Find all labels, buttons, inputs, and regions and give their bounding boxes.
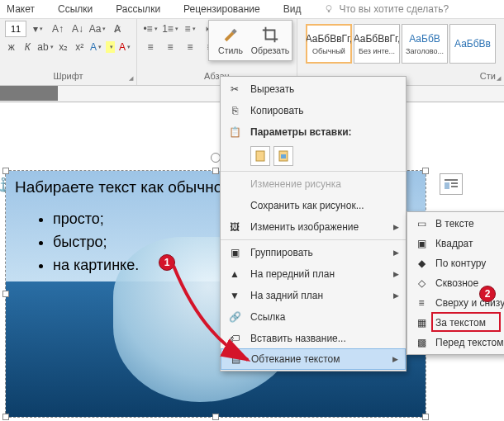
tab-review[interactable]: Рецензирование — [183, 3, 260, 15]
ctx-group[interactable]: ▣Группировать▶ — [221, 242, 406, 263]
layout-options-button[interactable] — [440, 173, 463, 195]
change-case-icon[interactable]: Aa — [89, 21, 106, 37]
style-nospacing[interactable]: АаБбВвГг,Без инте... — [354, 24, 400, 64]
tab-layout[interactable]: Макет — [7, 3, 35, 15]
tell-me[interactable]: Что вы хотите сделать? — [324, 3, 449, 15]
bold-icon[interactable]: ж — [5, 39, 18, 55]
paste-options — [250, 143, 406, 169]
svg-rect-2 — [445, 179, 458, 181]
group-icon: ▣ — [227, 245, 242, 260]
handle-l[interactable] — [2, 291, 9, 297]
tab-view[interactable]: Вид — [283, 3, 302, 15]
wrap-submenu: ▭В тексте ▣Квадрат ◆По контуру ◇Сквозное… — [407, 211, 504, 355]
shrink-font-icon[interactable]: A↓ — [69, 21, 86, 37]
grow-font-icon[interactable]: A↑ — [50, 21, 66, 37]
svg-point-0 — [326, 6, 331, 11]
wrap-tight[interactable]: ◆По контуру — [407, 253, 504, 273]
document-text[interactable]: Набираете текст как обычно. просто; быст… — [15, 178, 226, 277]
wrap-inline-icon: ▭ — [414, 216, 429, 231]
tell-me-label: Что вы хотите сделать? — [339, 3, 449, 15]
wrap-through-icon: ◇ — [414, 276, 429, 291]
handle-bl[interactable] — [2, 414, 9, 420]
tab-mailings[interactable]: Рассылки — [116, 3, 160, 15]
handle-tl[interactable] — [2, 168, 9, 174]
wrap-behind-icon: ▦ — [414, 315, 429, 330]
highlight-icon[interactable] — [106, 41, 115, 53]
handle-br[interactable] — [422, 414, 429, 420]
svg-rect-4 — [451, 182, 458, 184]
text-effects-icon[interactable]: A — [89, 39, 102, 55]
wrap-front[interactable]: ▩Перед текстом — [407, 333, 504, 352]
copy-icon: ⎘ — [227, 103, 242, 118]
strike-icon[interactable]: ab — [37, 39, 54, 55]
numbering-icon[interactable]: 1≡ — [162, 21, 178, 37]
wrap-tight-icon: ◆ — [414, 256, 429, 271]
back-icon: ▼ — [227, 288, 242, 303]
wrap-front-icon: ▩ — [414, 335, 429, 350]
ctx-link[interactable]: 🔗Ссылка — [221, 306, 406, 328]
clipboard-icon — [254, 149, 267, 163]
align-left-icon[interactable]: ≡ — [142, 39, 159, 55]
lightbulb-icon — [324, 4, 334, 14]
mini-style[interactable]: Стиль — [212, 24, 249, 57]
paste-opt-2[interactable] — [273, 146, 293, 166]
mini-crop-label: Обрезать — [251, 45, 289, 55]
mini-crop[interactable]: Обрезать — [252, 24, 288, 57]
style-heading2[interactable]: АаБбВв — [449, 24, 496, 64]
bullet-3: на картинке. — [53, 254, 226, 277]
sup-icon[interactable]: x² — [74, 39, 87, 55]
wrap-behind[interactable]: ▦За текстом — [407, 313, 504, 333]
svg-rect-1 — [328, 11, 330, 12]
wrap-tb-icon: ≡ — [414, 296, 429, 310]
clear-format-icon[interactable]: A̷ — [109, 21, 126, 37]
crop-icon — [261, 26, 279, 44]
annotation-badge-1: 1 — [159, 254, 175, 271]
ctx-copy[interactable]: ⎘Копировать — [221, 100, 406, 121]
ctx-save-pic[interactable]: Сохранить как рисунок... — [221, 195, 406, 216]
bullet-1: просто; — [53, 208, 226, 231]
handle-t[interactable] — [212, 168, 219, 174]
edit-pic-icon: 🖼 — [227, 220, 242, 234]
svg-rect-9 — [281, 154, 286, 158]
handle-b[interactable] — [212, 414, 219, 420]
style-normal[interactable]: АаБбВвГг,Обычный — [306, 24, 352, 64]
svg-rect-3 — [445, 182, 449, 189]
style-heading1[interactable]: АаБбВЗаголово... — [402, 24, 448, 64]
ruler-margin — [0, 86, 58, 101]
wrap-square[interactable]: ▣Квадрат — [407, 234, 504, 253]
annotation-badge-2: 2 — [479, 286, 496, 302]
paste-opt-1[interactable] — [250, 146, 270, 166]
ctx-wrap-text[interactable]: ▤Обтекание текстом▶ — [221, 348, 406, 370]
multilevel-icon[interactable]: ≡ — [182, 21, 198, 37]
caption-icon: 🏷 — [227, 331, 242, 346]
sub-icon[interactable]: x₂ — [57, 39, 70, 55]
font-size-input[interactable] — [5, 21, 26, 37]
italic-icon[interactable]: К — [21, 39, 35, 55]
align-right-icon[interactable]: ≡ — [182, 39, 198, 55]
ribbon-tabs: Макет Ссылки Рассылки Рецензирование Вид… — [0, 0, 504, 18]
ctx-edit-pic[interactable]: 🖼Изменить изображение▶ — [221, 216, 406, 238]
svg-rect-5 — [451, 186, 458, 187]
handle-tr[interactable] — [422, 168, 429, 174]
wrap-icon: ▤ — [228, 352, 243, 367]
group-styles: АаБбВвГг,Обычный АаБбВвГг,Без инте... Аа… — [297, 19, 504, 85]
ctx-bring-front[interactable]: ▲На передний план▶ — [221, 263, 406, 285]
mini-style-label: Стиль — [218, 45, 243, 55]
ctx-cut[interactable]: ✂Вырезать — [221, 78, 406, 100]
ctx-caption[interactable]: 🏷Вставить название... — [221, 328, 406, 349]
ctx-send-back[interactable]: ▼На задний план▶ — [221, 285, 406, 306]
wrap-square-icon: ▣ — [414, 236, 429, 251]
svg-rect-7 — [256, 151, 264, 161]
group-font: ▾ A↑ A↓ Aa A̷ ж К ab x₂ x² A A Шрифт — [0, 19, 137, 85]
bullets-icon[interactable]: •≡ — [142, 21, 159, 37]
link-icon: 🔗 — [227, 310, 242, 324]
font-color-icon[interactable]: A — [118, 39, 131, 55]
context-menu: ✂Вырезать ⎘Копировать 📋Параметры вставки… — [220, 76, 407, 371]
font-size-dropdown[interactable]: ▾ — [30, 21, 46, 37]
align-center-icon[interactable]: ≡ — [162, 39, 178, 55]
group-font-label[interactable]: Шрифт — [5, 69, 131, 85]
wrap-inline[interactable]: ▭В тексте — [407, 214, 504, 234]
ctx-paste-header: 📋Параметры вставки: — [221, 121, 406, 143]
front-icon: ▲ — [227, 267, 242, 281]
tab-links[interactable]: Ссылки — [58, 3, 93, 15]
